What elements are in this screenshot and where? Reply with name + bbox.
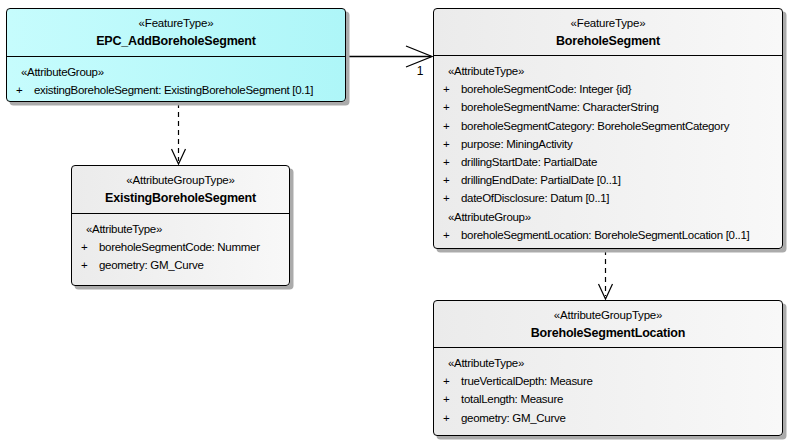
attribute-text: boreholeSegmentCategory: BoreholeSegment… — [461, 120, 729, 132]
uml-diagram-canvas: 1 «FeatureType» EPC_AddBoreholeSegment «… — [0, 0, 793, 446]
attribute-row: + boreholeSegmentCode: Nummer — [72, 238, 289, 256]
attribute-text: purpose: MiningActivity — [461, 138, 572, 150]
visibility-plus: + — [434, 412, 461, 424]
class-header: «FeatureType» BoreholeSegment — [434, 9, 782, 56]
stereotype-label: «FeatureType» — [434, 15, 782, 32]
attribute-text: totalLength: Measure — [461, 393, 563, 405]
class-name: BoreholeSegment — [434, 32, 782, 50]
visibility-plus: + — [434, 192, 461, 204]
stereotype-label: «FeatureType» — [7, 15, 345, 32]
stereotype-label: «AttributeGroupType» — [72, 172, 289, 189]
multiplicity-label: 1 — [413, 64, 427, 78]
section-heading: «AttributeGroup» — [7, 63, 345, 81]
attribute-row: + drillingStartDate: PartialDate — [434, 153, 782, 171]
attribute-text: boreholeSegmentName: CharacterString — [461, 101, 659, 113]
visibility-plus: + — [434, 229, 461, 241]
section-heading: «AttributeType» — [434, 354, 782, 372]
class-header: «AttributeGroupType» BoreholeSegmentLoca… — [434, 301, 782, 348]
attributes-compartment: «AttributeType» + boreholeSegmentCode: N… — [72, 214, 289, 275]
section-heading: «AttributeType» — [434, 62, 782, 80]
class-box-boreholesegment[interactable]: «FeatureType» BoreholeSegment «Attribute… — [433, 8, 783, 249]
attribute-text: dateOfDisclosure: Datum [0..1] — [461, 192, 609, 204]
class-header: «AttributeGroupType» ExistingBoreholeSeg… — [72, 166, 289, 214]
attribute-text: existingBoreholeSegment: ExistingBorehol… — [34, 84, 313, 96]
section-heading: «AttributeType» — [72, 220, 289, 238]
attribute-row: + boreholeSegmentCode: Integer {id} — [434, 80, 782, 98]
attribute-row: + boreholeSegmentCategory: BoreholeSegme… — [434, 117, 782, 135]
attribute-row: + boreholeSegmentName: CharacterString — [434, 98, 782, 116]
attribute-text: trueVerticalDepth: Measure — [461, 375, 593, 387]
class-box-existingboreholesegment[interactable]: «AttributeGroupType» ExistingBoreholeSeg… — [71, 165, 290, 286]
attribute-row: + drillingEndDate: PartialDate [0..1] — [434, 171, 782, 189]
visibility-plus: + — [434, 174, 461, 186]
attribute-row: + totalLength: Measure — [434, 390, 782, 408]
visibility-plus: + — [434, 156, 461, 168]
attribute-row: + geometry: GM_Curve — [72, 256, 289, 274]
class-name: EPC_AddBoreholeSegment — [7, 32, 345, 50]
attribute-row: + trueVerticalDepth: Measure — [434, 372, 782, 390]
attribute-text: drillingEndDate: PartialDate [0..1] — [461, 174, 621, 186]
stereotype-label: «AttributeGroupType» — [434, 307, 782, 324]
class-box-epc-addboreholesegment[interactable]: «FeatureType» EPC_AddBoreholeSegment «At… — [6, 8, 346, 102]
visibility-plus: + — [434, 393, 461, 405]
attribute-text: boreholeSegmentLocation: BoreholeSegment… — [461, 229, 749, 241]
attribute-text: geometry: GM_Curve — [461, 412, 566, 424]
class-name: BoreholeSegmentLocation — [434, 324, 782, 342]
attribute-row: + existingBoreholeSegment: ExistingBoreh… — [7, 81, 345, 99]
visibility-plus: + — [72, 259, 99, 271]
section-heading: «AttributeGroup» — [434, 208, 782, 226]
visibility-plus: + — [72, 241, 99, 253]
attributes-compartment: «AttributeGroup» + existingBoreholeSegme… — [7, 57, 345, 99]
attribute-text: geometry: GM_Curve — [99, 259, 204, 271]
attributes-compartment: «AttributeType» + boreholeSegmentCode: I… — [434, 56, 782, 244]
visibility-plus: + — [434, 83, 461, 95]
class-box-boreholesegmentlocation[interactable]: «AttributeGroupType» BoreholeSegmentLoca… — [433, 300, 783, 436]
visibility-plus: + — [434, 138, 461, 150]
dependency-connector-location[interactable] — [599, 250, 613, 299]
attribute-row: + geometry: GM_Curve — [434, 409, 782, 427]
dependency-connector-existing[interactable] — [172, 103, 186, 164]
attribute-text: drillingStartDate: PartialDate — [461, 156, 597, 168]
visibility-plus: + — [434, 375, 461, 387]
attribute-row: + purpose: MiningActivity — [434, 135, 782, 153]
visibility-plus: + — [434, 101, 461, 113]
attribute-row: + dateOfDisclosure: Datum [0..1] — [434, 189, 782, 207]
class-name: ExistingBoreholeSegment — [72, 189, 289, 207]
attribute-text: boreholeSegmentCode: Nummer — [99, 241, 260, 253]
attribute-row: + boreholeSegmentLocation: BoreholeSegme… — [434, 226, 782, 244]
visibility-plus: + — [434, 120, 461, 132]
attribute-text: boreholeSegmentCode: Integer {id} — [461, 83, 631, 95]
visibility-plus: + — [7, 84, 34, 96]
class-header: «FeatureType» EPC_AddBoreholeSegment — [7, 9, 345, 57]
attributes-compartment: «AttributeType» + trueVerticalDepth: Mea… — [434, 348, 782, 427]
